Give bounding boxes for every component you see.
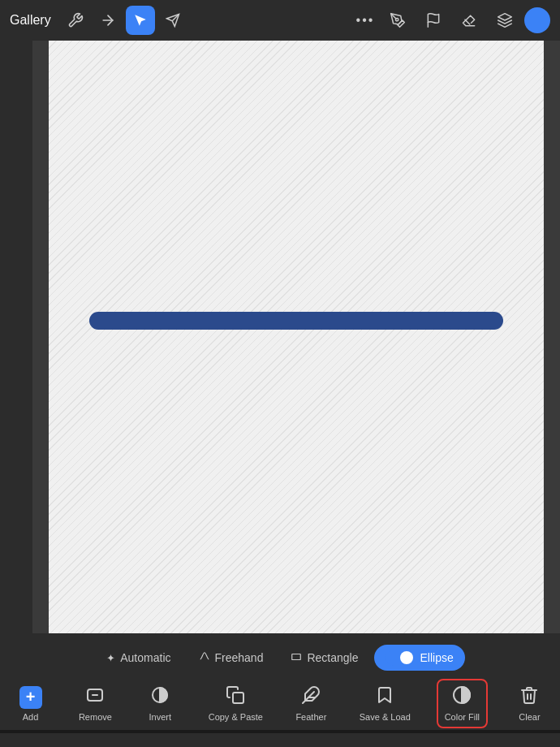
drawn-line	[89, 312, 503, 330]
tab-freehand-label: Freehand	[215, 651, 264, 664]
wand-icon[interactable]	[93, 6, 123, 35]
gallery-button[interactable]: Gallery	[10, 13, 51, 28]
color-fill-button[interactable]: Color Fill	[437, 679, 488, 728]
tab-freehand[interactable]: Freehand	[187, 646, 275, 670]
invert-label: Invert	[149, 712, 172, 722]
left-sidebar	[0, 41, 32, 633]
add-icon: +	[19, 686, 42, 709]
rectangle-icon	[291, 651, 302, 665]
eraser-icon[interactable]	[454, 6, 484, 35]
automatic-icon: ✦	[106, 652, 115, 664]
feather-icon	[301, 685, 321, 709]
svg-marker-5	[498, 14, 512, 20]
bottom-toolbar: + Add Remove Invert	[0, 679, 560, 728]
canvas-area[interactable]	[32, 41, 560, 633]
more-options-icon[interactable]: •••	[351, 6, 380, 35]
layers-icon[interactable]	[490, 6, 519, 35]
bottom-divider	[0, 730, 560, 733]
svg-rect-6	[292, 654, 301, 659]
clear-button[interactable]: Clear	[507, 680, 552, 727]
bottom-area: ✦ Automatic Freehand Rectangle	[0, 633, 560, 747]
invert-icon	[150, 685, 170, 709]
remove-button[interactable]: Remove	[72, 680, 118, 727]
clear-label: Clear	[519, 712, 540, 722]
feather-button[interactable]: Feather	[289, 680, 334, 727]
svg-rect-10	[233, 693, 243, 703]
airbrush-icon[interactable]	[419, 6, 448, 35]
feather-label: Feather	[295, 712, 326, 722]
wrench-icon[interactable]	[61, 6, 90, 35]
tab-automatic-label: Automatic	[120, 651, 170, 664]
copy-paste-button[interactable]: Copy & Paste	[202, 680, 269, 727]
remove-label: Remove	[79, 712, 112, 722]
add-label: Add	[23, 712, 39, 722]
remove-icon	[85, 685, 105, 709]
tab-rectangle[interactable]: Rectangle	[279, 646, 369, 670]
ellipse-toggle	[386, 650, 415, 666]
save-load-button[interactable]: Save & Load	[353, 680, 417, 727]
tab-ellipse-label: Ellipse	[420, 651, 453, 664]
tab-rectangle-label: Rectangle	[307, 651, 358, 664]
selection-type-tabs: ✦ Automatic Freehand Rectangle	[95, 645, 464, 671]
top-toolbar: Gallery •••	[0, 0, 560, 41]
svg-point-3	[396, 19, 398, 21]
freehand-icon	[199, 651, 210, 665]
pen-tool-icon[interactable]	[383, 6, 412, 35]
tab-automatic[interactable]: ✦ Automatic	[95, 646, 182, 669]
drawing-canvas[interactable]	[49, 28, 544, 646]
selection-icon[interactable]	[126, 6, 155, 35]
add-button[interactable]: + Add	[8, 681, 53, 727]
save-load-label: Save & Load	[360, 712, 411, 722]
transform-icon[interactable]	[158, 6, 187, 35]
copy-paste-label: Copy & Paste	[209, 712, 263, 722]
copy-paste-icon	[226, 685, 245, 709]
tab-ellipse[interactable]: Ellipse	[374, 645, 464, 671]
clear-icon	[519, 685, 539, 709]
color-fill-icon	[452, 685, 472, 709]
invert-button[interactable]: Invert	[138, 680, 183, 727]
color-fill-label: Color Fill	[445, 712, 480, 722]
save-load-icon	[375, 685, 394, 709]
right-tools	[381, 6, 550, 35]
color-picker[interactable]	[524, 7, 550, 33]
